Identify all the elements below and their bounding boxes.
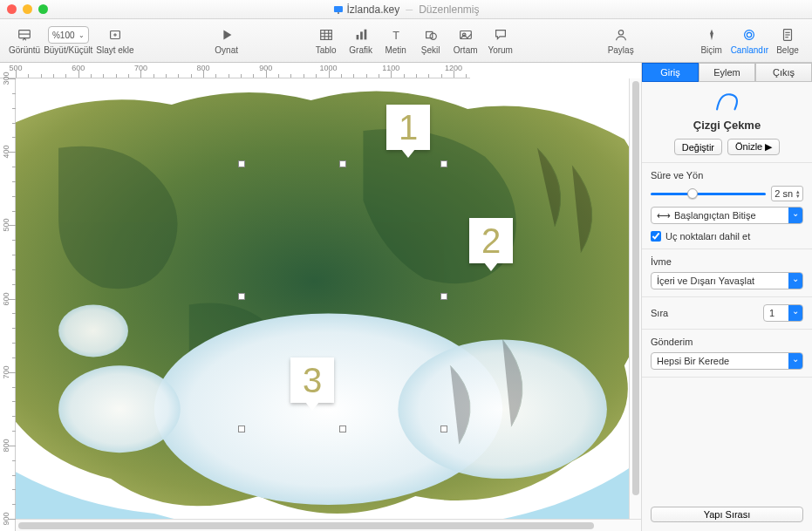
- toolbar-comment-label: Yorum: [488, 45, 513, 55]
- toolbar-format[interactable]: Biçim: [696, 26, 727, 55]
- toolbar-text[interactable]: T Metin: [380, 26, 412, 55]
- effect-title: Çizgi Çekme: [651, 119, 803, 132]
- toolbar-media[interactable]: Ortam: [450, 26, 481, 55]
- toolbar-document-label: Belge: [776, 45, 799, 55]
- svg-point-20: [618, 31, 623, 35]
- direction-select[interactable]: ⟷ Başlangıçtan Bitişe: [651, 207, 803, 224]
- ruler-vertical: 300400500600700800900: [0, 78, 16, 531]
- toolbar-text-label: Metin: [385, 45, 406, 55]
- easing-select[interactable]: İçeri ve Dışarı Yavaşlat: [651, 272, 803, 289]
- toolbar: Görüntü %100⌄ Büyüt/Küçült Slayt ekle Oy…: [0, 19, 812, 63]
- selection-handles[interactable]: [241, 163, 445, 430]
- svg-rect-1: [337, 12, 338, 14]
- toolbar-table-label: Tablo: [316, 45, 337, 55]
- preview-effect-button[interactable]: Önizle ▶: [727, 139, 780, 155]
- inspector-tabs: Giriş Eylem Çıkış: [642, 63, 812, 82]
- toolbar-format-label: Biçim: [700, 45, 721, 55]
- ruler-v-label: 900: [2, 512, 10, 525]
- toolbar-add-slide[interactable]: Slayt ekle: [96, 26, 133, 55]
- include-endpoints-label: Uç noktaları dahil et: [665, 231, 750, 242]
- change-effect-button[interactable]: Değiştir: [674, 139, 722, 155]
- easing-label: İvme: [651, 256, 672, 267]
- scrollbar-h-thumb[interactable]: [18, 522, 594, 529]
- svg-point-17: [430, 33, 436, 39]
- svg-rect-0: [333, 6, 342, 12]
- document-state: Düzenlenmiş: [419, 3, 479, 16]
- direction-prefix-icon: ⟷: [657, 210, 671, 221]
- tab-action[interactable]: Eylem: [699, 63, 755, 82]
- map-marker-1[interactable]: 1: [386, 105, 430, 150]
- svg-point-28: [58, 305, 128, 357]
- toolbar-shape-label: Şekil: [421, 45, 440, 55]
- ruler-h-label: 1000: [319, 64, 337, 72]
- toolbar-shape[interactable]: Şekil: [415, 26, 447, 55]
- toolbar-chart[interactable]: Grafik: [345, 26, 377, 55]
- canvas-area[interactable]: 500600700800900100011001200130014001500 …: [0, 63, 641, 531]
- toolbar-share-label: Paylaş: [608, 45, 634, 55]
- toolbar-view-label: Görüntü: [9, 45, 40, 55]
- toolbar-animate[interactable]: Canlandır: [731, 26, 768, 55]
- handle-se[interactable]: [440, 425, 447, 432]
- close-window-button[interactable]: [7, 4, 17, 14]
- zoom-value: %100: [52, 31, 75, 40]
- toolbar-play-label: Oynat: [215, 45, 238, 55]
- delivery-select[interactable]: Hepsi Bir Kerede: [651, 352, 803, 370]
- ruler-v-label: 500: [2, 219, 10, 232]
- handle-sw[interactable]: [238, 425, 245, 432]
- easing-value: İçeri ve Dışarı Yavaşlat: [657, 276, 754, 286]
- ruler-h-label: 700: [134, 64, 147, 72]
- ruler-h-label: 800: [197, 64, 210, 72]
- scrollbar-v-thumb[interactable]: [632, 81, 639, 495]
- map-marker-3[interactable]: 3: [290, 357, 334, 403]
- toolbar-table[interactable]: Tablo: [310, 26, 342, 55]
- ruler-v-label: 800: [2, 439, 10, 452]
- handle-s[interactable]: [339, 425, 346, 432]
- ruler-h-label: 900: [259, 64, 272, 72]
- duration-direction-label: Süre ve Yön: [651, 170, 703, 180]
- tab-build-out[interactable]: Çıkış: [755, 63, 812, 82]
- direction-value: Başlangıçtan Bitişe: [674, 210, 756, 221]
- svg-rect-14: [364, 30, 366, 40]
- ruler-horizontal: 500600700800900100011001200130014001500: [0, 63, 470, 78]
- toolbar-play[interactable]: Oynat: [211, 26, 242, 55]
- stepper-arrows-icon[interactable]: ▴▾: [796, 189, 800, 198]
- scrollbar-vertical[interactable]: [629, 78, 641, 519]
- ruler-v-label: 600: [2, 292, 10, 305]
- map-marker-2[interactable]: 2: [469, 218, 513, 263]
- duration-slider[interactable]: [651, 193, 766, 195]
- toolbar-document[interactable]: Belge: [772, 26, 803, 55]
- toolbar-view[interactable]: Görüntü: [9, 26, 40, 55]
- include-endpoints-checkbox[interactable]: [651, 231, 661, 242]
- delivery-value: Hepsi Bir Kerede: [657, 356, 729, 366]
- svg-rect-12: [356, 35, 358, 39]
- maximize-window-button[interactable]: [38, 4, 48, 14]
- ruler-h-label: 500: [9, 64, 22, 72]
- duration-stepper[interactable]: 2 sn ▴▾: [771, 186, 803, 201]
- svg-rect-7: [320, 31, 331, 40]
- document-filename: İzlanda.key: [346, 3, 399, 16]
- order-label: Sıra: [651, 308, 758, 318]
- scrollbar-horizontal[interactable]: [16, 519, 641, 531]
- window-controls: [7, 4, 48, 14]
- minimize-window-button[interactable]: [23, 4, 32, 14]
- toolbar-media-label: Ortam: [454, 45, 478, 55]
- toolbar-share[interactable]: Paylaş: [605, 26, 637, 55]
- delivery-label: Gönderim: [651, 337, 693, 347]
- toolbar-comment[interactable]: Yorum: [485, 26, 516, 55]
- handle-ne[interactable]: [440, 160, 447, 167]
- svg-rect-13: [360, 31, 363, 39]
- svg-rect-16: [426, 31, 432, 37]
- ruler-v-label: 400: [2, 146, 10, 159]
- handle-e[interactable]: [440, 293, 447, 300]
- handle-nw[interactable]: [238, 160, 245, 167]
- title-separator: —: [406, 5, 413, 13]
- handle-n[interactable]: [339, 160, 346, 167]
- toolbar-chart-label: Grafik: [349, 45, 372, 55]
- order-select[interactable]: 1: [763, 304, 803, 322]
- toolbar-zoom[interactable]: %100⌄ Büyüt/Küçült: [44, 26, 92, 55]
- handle-w[interactable]: [238, 293, 245, 300]
- route-line[interactable]: [16, 78, 277, 209]
- toolbar-animate-label: Canlandır: [731, 45, 768, 55]
- tab-build-in[interactable]: Giriş: [642, 63, 699, 82]
- build-order-button[interactable]: Yapı Sırası: [651, 507, 803, 522]
